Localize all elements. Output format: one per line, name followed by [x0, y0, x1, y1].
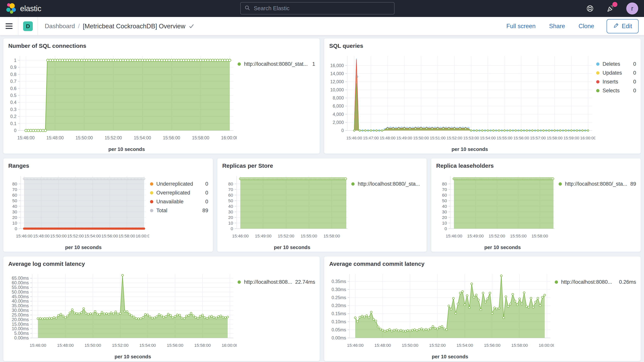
menu-icon[interactable]	[6, 23, 12, 29]
legend-dot-icon	[150, 200, 153, 203]
panel-sql-connections: Number of SQL connections 15:46:0015:48:…	[3, 38, 320, 154]
legend-value: 0	[630, 61, 636, 67]
legend-value: 0	[202, 199, 208, 205]
legend-label: http://localhost:808...	[244, 279, 292, 285]
pencil-icon	[613, 22, 619, 30]
legend-item[interactable]: http://localhost:8080...0.26ms	[555, 278, 636, 286]
svg-text:16,000: 16,000	[330, 63, 344, 68]
chart-legend: http://localhost:8080...0.26ms	[554, 268, 641, 361]
chart-legend: http://localhost:8080/_sta...89	[558, 170, 641, 252]
panel-replicas-per-store: Replicas per Store 15:46:0015:49:0015:52…	[217, 158, 427, 252]
legend-item[interactable]: Inserts0	[596, 77, 636, 86]
svg-text:15:58:00: 15:58:00	[532, 234, 548, 238]
svg-text:0.9: 0.9	[10, 65, 16, 70]
svg-text:15:51:00: 15:51:00	[430, 136, 446, 140]
user-avatar[interactable]: r	[626, 2, 638, 14]
svg-text:15:56:00: 15:56:00	[102, 234, 118, 238]
legend-item[interactable]: http://localhost:8080/_sta...89	[351, 180, 422, 188]
panel-title: Replicas per Store	[217, 158, 427, 170]
svg-text:70: 70	[228, 187, 233, 192]
legend-item[interactable]: Selects0	[596, 86, 636, 95]
legend-label: Inserts	[602, 79, 618, 85]
svg-text:30: 30	[12, 209, 17, 214]
svg-text:15:59:00: 15:59:00	[564, 136, 580, 140]
svg-text:15:46:00: 15:46:00	[17, 135, 35, 140]
legend-item[interactable]: Overreplicated0	[150, 188, 208, 197]
legend-item[interactable]: Total89	[150, 206, 208, 215]
dashboard-toolbar: D Dashboard / [Metricbeat CockroachDB] O…	[0, 17, 644, 36]
panel-sql-queries: SQL queries 15:46:0015:47:0015:48:0015:4…	[324, 38, 641, 154]
legend-item[interactable]: Deletes0	[596, 60, 636, 68]
legend-value: 0	[630, 79, 636, 85]
legend-item[interactable]: Updates0	[596, 68, 636, 77]
legend-item[interactable]: http://localhost:8080/_stat...1	[238, 60, 315, 68]
panel-title: Average command commit latency	[324, 256, 641, 268]
clone-button[interactable]: Clone	[578, 22, 596, 30]
svg-text:15:54:00: 15:54:00	[140, 343, 156, 348]
share-button[interactable]: Share	[548, 22, 566, 30]
sql-connections-chart[interactable]: 15:46:0015:48:0015:50:0015:52:0015:54:00…	[3, 50, 237, 154]
svg-text:15:52:00: 15:52:00	[105, 135, 122, 140]
svg-text:60: 60	[12, 192, 17, 198]
svg-text:10: 10	[228, 220, 233, 226]
legend-item[interactable]: http://localhost:808...22.74ms	[238, 278, 315, 286]
svg-text:0: 0	[230, 226, 233, 231]
svg-text:70: 70	[12, 187, 17, 192]
legend-label: Deletes	[602, 61, 620, 67]
svg-text:50: 50	[228, 198, 233, 203]
svg-text:0.7: 0.7	[10, 79, 16, 84]
svg-text:25.00ms: 25.00ms	[12, 312, 29, 318]
svg-text:15:54:00: 15:54:00	[456, 343, 473, 348]
svg-text:15:56:00: 15:56:00	[484, 343, 500, 348]
svg-text:55.00ms: 55.00ms	[12, 285, 29, 290]
search-input[interactable]	[253, 5, 390, 12]
avg-log-commit-latency-chart[interactable]: 15:46:0015:48:0015:50:0015:52:0015:54:00…	[3, 268, 237, 361]
breadcrumb-dashboard[interactable]: Dashboard	[45, 22, 75, 30]
panel-replica-leaseholders: Replica leaseholders 15:46:0015:49:0015:…	[431, 158, 641, 252]
global-search[interactable]	[240, 2, 394, 14]
svg-text:80: 80	[12, 182, 17, 186]
svg-text:10: 10	[442, 220, 447, 226]
panel-ranges: Ranges 15:46:0015:48:0015:50:0015:52:001…	[3, 158, 213, 252]
full-screen-button[interactable]: Full screen	[505, 22, 537, 30]
legend-item[interactable]: Underreplicated0	[150, 180, 208, 188]
legend-dot-icon	[596, 80, 600, 84]
svg-text:30: 30	[228, 209, 233, 214]
legend-label: http://localhost:8080/_sta...	[358, 181, 420, 187]
legend-item[interactable]: http://localhost:8080/_sta...89	[558, 180, 636, 188]
legend-label: Overreplicated	[156, 190, 190, 196]
svg-text:45.00ms: 45.00ms	[12, 294, 29, 299]
svg-text:15:46:00: 15:46:00	[232, 234, 249, 238]
legend-dot-icon	[238, 62, 241, 66]
legend-value: 0	[202, 190, 208, 196]
breadcrumb: Dashboard / [Metricbeat CockroachDB] Ove…	[45, 22, 194, 30]
cheer-news-icon[interactable]	[606, 4, 615, 13]
svg-text:80: 80	[442, 182, 447, 186]
legend-dot-icon	[596, 62, 600, 66]
avg-command-commit-latency-chart[interactable]: 15:46:0015:48:0015:50:0015:52:0015:54:00…	[324, 268, 554, 361]
svg-text:15:46:00: 15:46:00	[30, 343, 46, 348]
svg-text:0.3: 0.3	[10, 107, 16, 112]
svg-text:16:00:00: 16:00:00	[136, 234, 149, 238]
sql-queries-chart[interactable]: 15:46:0015:47:0015:48:0015:49:0015:50:00…	[324, 50, 596, 154]
legend-item[interactable]: Unavailable0	[150, 197, 208, 206]
svg-text:15:46:00: 15:46:00	[446, 234, 462, 238]
title-check-icon[interactable]	[189, 24, 194, 29]
svg-text:50: 50	[12, 198, 17, 203]
svg-text:15:47:00: 15:47:00	[363, 136, 379, 140]
svg-text:per 10 seconds: per 10 seconds	[432, 354, 468, 360]
svg-text:15:56:00: 15:56:00	[514, 136, 529, 140]
edit-button[interactable]: Edit	[606, 19, 638, 33]
svg-text:per 10 seconds: per 10 seconds	[65, 244, 102, 250]
svg-text:15:48:00: 15:48:00	[57, 343, 74, 348]
svg-text:50: 50	[442, 198, 447, 203]
svg-text:15:52:00: 15:52:00	[429, 343, 446, 348]
legend-dot-icon	[351, 182, 354, 186]
help-icon[interactable]	[586, 4, 595, 13]
ranges-chart[interactable]: 15:46:0015:48:0015:50:0015:52:0015:54:00…	[3, 170, 149, 252]
svg-text:per 10 seconds: per 10 seconds	[108, 146, 145, 152]
replicas-per-store-chart[interactable]: 15:46:0015:49:0015:52:0015:55:0015:58:00…	[217, 170, 351, 252]
svg-text:0.4: 0.4	[10, 100, 16, 105]
legend-dot-icon	[596, 71, 600, 74]
replica-leaseholders-chart[interactable]: 15:46:0015:49:0015:52:0015:55:0015:58:00…	[431, 170, 558, 252]
